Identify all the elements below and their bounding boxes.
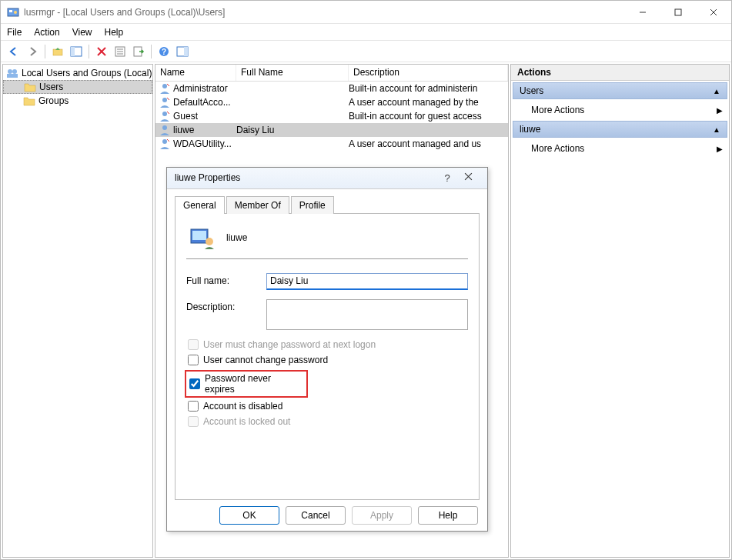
check-never-expires-box[interactable]: [189, 378, 200, 389]
back-button[interactable]: [5, 43, 22, 60]
actions-section-users-label: Users: [520, 85, 543, 96]
list-row[interactable]: GuestBuilt-in account for guest access: [155, 109, 508, 123]
collapse-icon: ▲: [713, 125, 720, 134]
delete-button[interactable]: [93, 43, 110, 60]
dialog-close-button[interactable]: [456, 172, 480, 183]
cell-name: WDAGUtility...: [173, 138, 236, 149]
svg-point-28: [162, 112, 167, 116]
check-disabled[interactable]: Account is disabled: [186, 401, 468, 412]
user-name-label: liuwe: [226, 232, 247, 243]
check-disabled-label: Account is disabled: [203, 401, 282, 412]
properties-button[interactable]: [112, 43, 129, 60]
toolbar-separator: [151, 45, 152, 58]
cancel-button[interactable]: Cancel: [286, 506, 346, 525]
user-icon: [159, 138, 171, 150]
menu-file[interactable]: File: [7, 27, 22, 38]
menu-action[interactable]: Action: [34, 27, 59, 38]
cell-description: A user account managed and us: [349, 138, 508, 149]
user-icon: [159, 110, 171, 122]
export-button[interactable]: [130, 43, 147, 60]
fullname-input[interactable]: [266, 273, 468, 290]
properties-dialog: liuwe Properties ? General Member Of Pro…: [166, 167, 488, 532]
dialog-titlebar: liuwe Properties ?: [167, 168, 487, 189]
cell-fullname: Daisy Liu: [236, 125, 349, 135]
svg-point-24: [162, 84, 167, 88]
col-fullname[interactable]: Full Name: [236, 65, 349, 81]
help-button[interactable]: ?: [155, 43, 172, 60]
dialog-buttons: OK Cancel Apply Help: [167, 500, 487, 531]
submenu-icon: ▶: [717, 106, 723, 115]
help-button[interactable]: Help: [418, 506, 478, 525]
check-locked-box: [188, 416, 199, 427]
cell-description: Built-in account for guest access: [349, 111, 508, 122]
col-name[interactable]: Name: [155, 65, 236, 81]
actions-more-user[interactable]: More Actions ▶: [511, 139, 729, 158]
list-header: Name Full Name Description: [155, 65, 508, 82]
list-row[interactable]: DefaultAcco...A user account managed by …: [155, 95, 508, 109]
actions-more-users[interactable]: More Actions ▶: [511, 101, 729, 119]
tree-users[interactable]: Users: [3, 80, 152, 94]
app-icon: [7, 6, 19, 18]
tree-root-label: Local Users and Groups (Local): [22, 68, 152, 78]
svg-rect-23: [7, 74, 18, 78]
window-title: lusrmgr - [Local Users and Groups (Local…: [24, 7, 625, 18]
folder-icon: [24, 82, 36, 92]
list-row[interactable]: liuweDaisy Liu: [155, 123, 508, 137]
actions-section-users[interactable]: Users ▲: [513, 82, 727, 99]
tree-groups-label: Groups: [38, 95, 69, 106]
user-header: liuwe: [186, 222, 468, 259]
svg-point-37: [206, 238, 213, 245]
check-cannot-change-label: User cannot change password: [203, 355, 328, 365]
svg-rect-1: [9, 10, 12, 12]
apply-button[interactable]: Apply: [352, 506, 412, 525]
collapse-icon: ▲: [713, 87, 720, 95]
cell-description: Built-in account for administerin: [349, 83, 508, 94]
submenu-icon: ▶: [717, 145, 723, 153]
tab-member-of[interactable]: Member Of: [226, 196, 289, 214]
check-disabled-box[interactable]: [188, 401, 199, 412]
menu-view[interactable]: View: [72, 27, 92, 38]
actions-section-user-label: liuwe: [520, 124, 540, 135]
svg-point-22: [12, 69, 17, 74]
cell-name: Guest: [173, 111, 236, 122]
dialog-tabs: General Member Of Profile: [175, 195, 480, 214]
tab-profile[interactable]: Profile: [291, 196, 334, 214]
dialog-help-button[interactable]: ?: [438, 172, 456, 184]
description-input[interactable]: [266, 299, 468, 330]
actions-section-user[interactable]: liuwe ▲: [513, 121, 727, 138]
user-icon: [189, 226, 216, 249]
description-row: Description:: [186, 299, 468, 330]
menu-help[interactable]: Help: [105, 27, 124, 38]
actions-header: Actions: [511, 65, 729, 81]
fullname-label: Full name:: [186, 273, 266, 286]
list-row[interactable]: AdministratorBuilt-in account for admini…: [155, 82, 508, 95]
tree-groups[interactable]: Groups: [3, 94, 152, 108]
user-icon: [159, 96, 171, 108]
check-cannot-change-box[interactable]: [188, 355, 199, 365]
maximize-button[interactable]: [660, 1, 696, 24]
svg-point-2: [14, 11, 17, 14]
check-must-change: User must change password at next logon: [186, 339, 468, 350]
svg-rect-20: [184, 47, 188, 56]
cell-name: Administrator: [173, 83, 236, 94]
minimize-button[interactable]: [625, 1, 660, 24]
svg-point-26: [162, 98, 167, 102]
check-cannot-change[interactable]: User cannot change password: [186, 355, 468, 365]
forward-button[interactable]: [24, 43, 41, 60]
check-must-change-box: [188, 339, 199, 350]
close-button[interactable]: [696, 1, 731, 24]
cell-name: liuwe: [173, 125, 236, 135]
ok-button[interactable]: OK: [219, 506, 279, 525]
check-locked: Account is locked out: [186, 416, 468, 427]
check-never-expires[interactable]: Password never expires: [185, 370, 308, 398]
fullname-row: Full name:: [186, 273, 468, 290]
svg-rect-9: [71, 47, 75, 56]
svg-point-30: [162, 125, 167, 130]
show-hide-action-button[interactable]: [174, 43, 191, 60]
tab-general[interactable]: General: [175, 196, 225, 214]
list-row[interactable]: WDAGUtility...A user account managed and…: [155, 137, 508, 151]
col-description[interactable]: Description: [349, 65, 508, 81]
tree-root[interactable]: Local Users and Groups (Local): [3, 66, 152, 80]
up-button[interactable]: [49, 43, 66, 60]
show-hide-tree-button[interactable]: [68, 43, 85, 60]
